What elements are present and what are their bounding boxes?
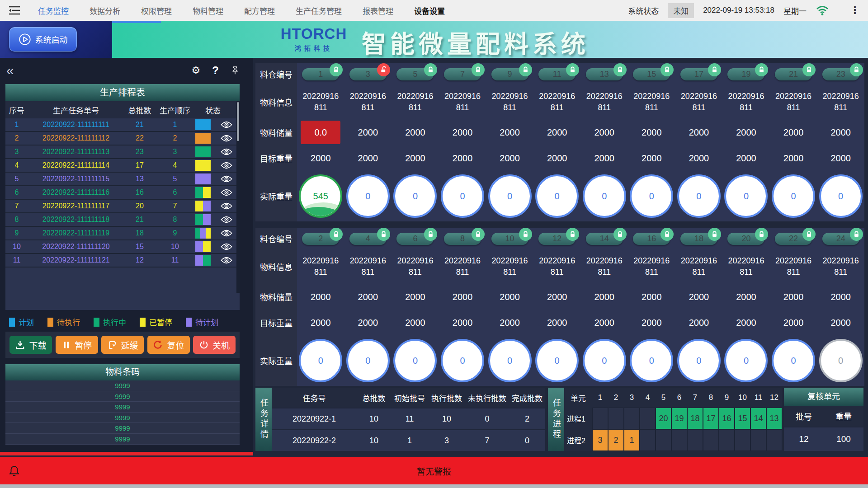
schedule-row[interactable]: 1120220922-1111111211211 [5, 254, 240, 267]
nav-item-4[interactable]: 物料管理 [193, 5, 223, 16]
lock-icon[interactable] [755, 63, 768, 76]
silo-id-pill[interactable]: 10 [491, 233, 528, 245]
lock-icon[interactable] [330, 63, 343, 76]
nav-item-2[interactable]: 数据分析 [90, 5, 120, 16]
overflow-menu-icon[interactable]: ⋮ [850, 5, 860, 16]
view-eye-icon[interactable] [221, 175, 232, 183]
scrollbar-thumb[interactable] [237, 102, 239, 141]
silo-id-pill[interactable]: 6 [396, 233, 434, 245]
silo-id-pill[interactable]: 23 [822, 68, 859, 80]
silo-id-pill[interactable]: 12 [538, 233, 576, 245]
lock-icon[interactable] [424, 63, 437, 76]
silo-actual-gauge[interactable]: 0 [393, 339, 437, 382]
silo-actual-gauge[interactable]: 0 [630, 174, 673, 218]
lock-icon[interactable] [519, 63, 532, 76]
silo-id-pill[interactable]: 7 [444, 68, 481, 80]
lock-icon[interactable] [613, 228, 627, 241]
lock-icon[interactable] [519, 228, 532, 241]
menu-fold-icon[interactable] [8, 5, 21, 16]
silo-actual-gauge[interactable]: 0 [677, 174, 721, 218]
schedule-row[interactable]: 420220922-111111114174 [5, 159, 240, 173]
lock-icon[interactable] [566, 63, 579, 76]
silo-actual-gauge[interactable]: 0 [535, 339, 579, 382]
silo-id-pill[interactable]: 2 [302, 233, 339, 245]
silo-id-pill[interactable]: 3 [349, 68, 387, 80]
lock-icon[interactable] [613, 63, 627, 76]
view-eye-icon[interactable] [221, 243, 232, 250]
silo-id-pill[interactable]: 13 [586, 68, 623, 80]
lock-icon[interactable] [708, 228, 721, 241]
silo-id-pill[interactable]: 5 [396, 68, 434, 80]
silo-actual-gauge[interactable]: 0 [441, 174, 484, 218]
silo-actual-gauge[interactable]: 0 [630, 339, 673, 382]
collapse-panel-icon[interactable]: « [6, 64, 14, 77]
schedule-row[interactable]: 920220922-111111119189 [5, 227, 240, 240]
settings-gear-icon[interactable]: ⚙ [192, 66, 201, 75]
silo-actual-gauge[interactable]: 0 [346, 339, 390, 382]
nav-item-1[interactable]: 任务监控 [38, 5, 69, 16]
silo-actual-gauge[interactable]: 0 [441, 339, 484, 382]
schedule-row[interactable]: 120220922-111111111211 [5, 118, 240, 132]
lock-icon[interactable] [802, 228, 816, 241]
nav-item-5[interactable]: 配方管理 [244, 5, 275, 16]
view-eye-icon[interactable] [221, 189, 232, 196]
silo-actual-gauge[interactable]: 0 [677, 339, 721, 382]
nav-item-3[interactable]: 权限管理 [141, 5, 172, 16]
silo-actual-gauge[interactable]: 545 [299, 174, 342, 218]
lock-icon[interactable] [850, 228, 863, 241]
silo-actual-gauge[interactable]: 0 [346, 174, 390, 218]
silo-actual-gauge[interactable]: 0 [583, 174, 626, 218]
silo-actual-gauge[interactable]: 0 [772, 174, 815, 218]
schedule-scrollbar[interactable] [236, 101, 240, 293]
silo-id-pill[interactable]: 9 [491, 68, 528, 80]
help-icon[interactable]: ? [212, 66, 219, 75]
silo-id-pill[interactable]: 17 [680, 68, 717, 80]
silo-actual-gauge[interactable]: 0 [488, 174, 532, 218]
unlock-icon[interactable] [377, 63, 390, 76]
silo-id-pill[interactable]: 1 [302, 68, 339, 80]
nav-item-6[interactable]: 生产任务管理 [296, 5, 342, 16]
nav-item-8[interactable]: 设备设置 [414, 5, 445, 16]
schedule-row[interactable]: 520220922-111111115135 [5, 173, 240, 186]
view-eye-icon[interactable] [221, 135, 232, 142]
view-eye-icon[interactable] [221, 121, 232, 128]
silo-actual-gauge[interactable]: 0 [819, 174, 863, 218]
pause-button[interactable]: 暂停 [56, 336, 98, 354]
lock-icon[interactable] [660, 63, 674, 76]
delay-button[interactable]: 延缓 [101, 336, 144, 354]
view-eye-icon[interactable] [221, 230, 232, 237]
wifi-icon[interactable] [816, 5, 829, 16]
silo-actual-gauge[interactable]: 0 [772, 339, 815, 382]
lock-icon[interactable] [566, 228, 579, 241]
view-eye-icon[interactable] [221, 257, 232, 264]
view-eye-icon[interactable] [221, 162, 232, 169]
schedule-row[interactable]: 320220922-111111113233 [5, 145, 240, 159]
download-button[interactable]: 下载 [9, 336, 52, 354]
silo-id-pill[interactable]: 4 [349, 233, 387, 245]
lock-icon[interactable] [472, 63, 485, 76]
silo-id-pill[interactable]: 20 [727, 233, 764, 245]
silo-actual-gauge[interactable]: 0 [299, 339, 342, 382]
task-detail-row[interactable]: 20220922-110111002 [272, 408, 545, 429]
silo-id-pill[interactable]: 14 [586, 233, 623, 245]
task-detail-row[interactable]: 20220922-2101370 [272, 429, 545, 451]
lock-icon[interactable] [850, 63, 863, 76]
silo-actual-gauge[interactable]: 0 [393, 174, 437, 218]
schedule-row[interactable]: 220220922-111111112222 [5, 132, 240, 145]
silo-id-pill[interactable]: 21 [775, 68, 812, 80]
lock-icon[interactable] [708, 63, 721, 76]
silo-actual-gauge[interactable]: 0 [724, 339, 768, 382]
lock-icon[interactable] [330, 228, 343, 241]
schedule-row[interactable]: 1020220922-1111111201510 [5, 240, 240, 254]
schedule-row[interactable]: 820220922-111111118218 [5, 213, 240, 227]
silo-actual-gauge[interactable]: 0 [819, 339, 863, 382]
silo-id-pill[interactable]: 11 [538, 68, 576, 80]
power-button[interactable]: 关机 [193, 336, 236, 354]
silo-id-pill[interactable]: 15 [633, 68, 670, 80]
silo-id-pill[interactable]: 19 [727, 68, 764, 80]
lock-icon[interactable] [472, 228, 485, 241]
view-eye-icon[interactable] [221, 202, 232, 210]
silo-actual-gauge[interactable]: 0 [583, 339, 626, 382]
silo-actual-gauge[interactable]: 0 [488, 339, 532, 382]
view-eye-icon[interactable] [221, 216, 232, 223]
